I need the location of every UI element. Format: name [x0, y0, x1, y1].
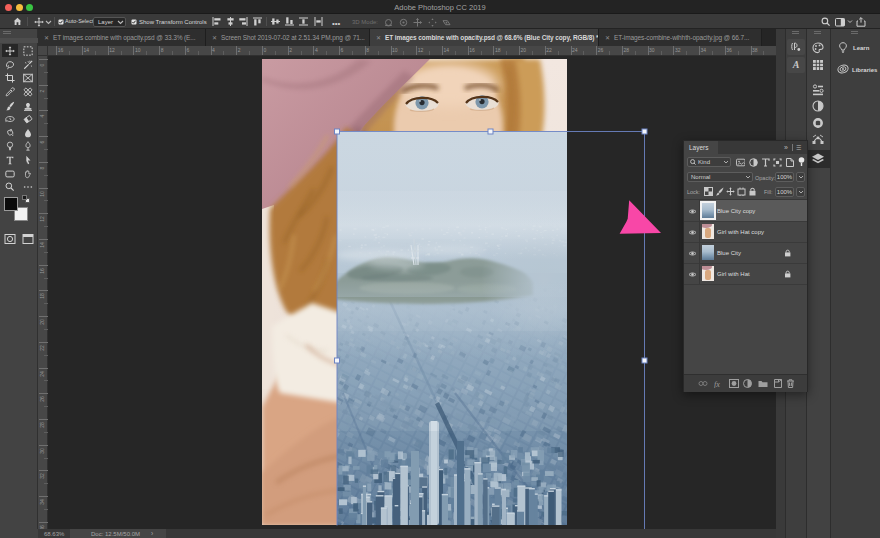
svg-text:fx: fx: [714, 380, 720, 389]
